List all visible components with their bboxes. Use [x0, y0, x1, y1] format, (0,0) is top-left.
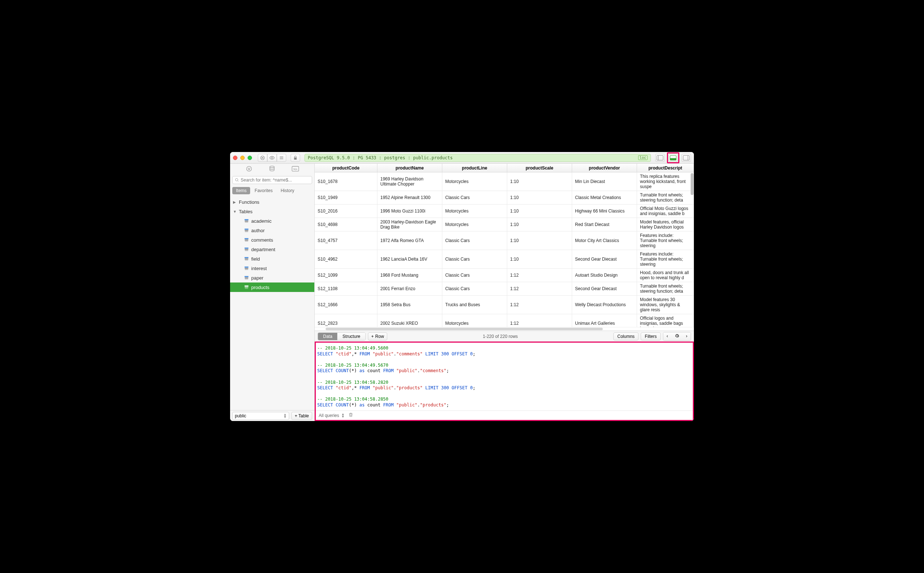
table-row[interactable]: S10_20161996 Moto Guzzi 1100iMotorcycles…	[315, 205, 694, 218]
cell[interactable]: 1:10	[507, 232, 572, 250]
cell[interactable]: 1:10	[507, 191, 572, 204]
vertical-scrollbar[interactable]	[691, 173, 694, 195]
col-header[interactable]: productDescript	[637, 164, 694, 172]
minimize-window-button[interactable]	[240, 156, 245, 160]
cell[interactable]: 1952 Alpine Renault 1300	[377, 191, 442, 204]
cell[interactable]: 1:12	[507, 314, 572, 327]
cell[interactable]: S12_1099	[315, 269, 377, 282]
cell[interactable]: 1:12	[507, 296, 572, 314]
cell[interactable]: Motorcycles	[442, 218, 507, 231]
cell[interactable]: S10_1949	[315, 191, 377, 204]
close-window-button[interactable]	[233, 156, 237, 160]
cell[interactable]: 1962 LanciaA Delta 16V	[377, 250, 442, 268]
table-row[interactable]: S10_47571972 Alfa Romeo GTAClassic Cars1…	[315, 232, 694, 250]
tree-tables[interactable]: ▼ Tables	[230, 207, 314, 216]
cell[interactable]: 2001 Ferrari Enzo	[377, 282, 442, 295]
cell[interactable]: 1:10	[507, 218, 572, 231]
prev-page-button[interactable]: ‹	[663, 332, 671, 340]
table-row[interactable]: S12_16661958 Setra BusTrucks and Buses1:…	[315, 296, 694, 314]
cell[interactable]: Classic Cars	[442, 282, 507, 295]
cell[interactable]: 1968 Ford Mustang	[377, 269, 442, 282]
col-header[interactable]: productScale	[507, 164, 572, 172]
cell[interactable]: Highway 66 Mini Classics	[572, 205, 637, 218]
cell[interactable]: Red Start Diecast	[572, 218, 637, 231]
horizontal-scrollbar-track[interactable]	[315, 327, 694, 330]
cell[interactable]: 1996 Moto Guzzi 1100i	[377, 205, 442, 218]
col-header[interactable]: productLine	[442, 164, 507, 172]
search-input[interactable]	[241, 177, 310, 183]
cell[interactable]: 1:12	[507, 282, 572, 295]
cell[interactable]: Trucks and Buses	[442, 296, 507, 314]
table-row[interactable]: S10_16781969 Harley Davidson Ultimate Ch…	[315, 172, 694, 191]
trash-button[interactable]	[348, 412, 353, 418]
back-button[interactable]	[258, 154, 267, 162]
horizontal-scrollbar[interactable]	[326, 328, 603, 330]
cell[interactable]: Welly Diecast Productions	[572, 296, 637, 314]
cell[interactable]: S12_1108	[315, 282, 377, 295]
table-row[interactable]: S10_19491952 Alpine Renault 1300Classic …	[315, 191, 694, 205]
cell[interactable]: Model features, official Harley Davidson…	[637, 218, 694, 231]
toggle-right-panel[interactable]	[681, 154, 691, 162]
tree-functions[interactable]: ▶ Functions	[230, 197, 314, 207]
cell[interactable]: S10_4698	[315, 218, 377, 231]
table-row[interactable]: S10_46982003 Harley-Davidson Eagle Drag …	[315, 218, 694, 232]
seg-structure[interactable]: Structure	[337, 333, 365, 340]
cell[interactable]: S12_1666	[315, 296, 377, 314]
seg-data[interactable]: Data	[318, 333, 337, 340]
sql-icon[interactable]: SQL	[292, 166, 299, 173]
tab-history[interactable]: History	[277, 187, 298, 194]
table-row[interactable]: S12_28232002 Suzuki XREOMotorcycles1:12U…	[315, 314, 694, 327]
columns-button[interactable]: Columns	[613, 332, 639, 340]
list-button[interactable]	[277, 154, 286, 162]
cell[interactable]: Official logos and insignias, saddle bag…	[637, 314, 694, 327]
add-row-button[interactable]: + Row	[368, 332, 387, 340]
cell[interactable]: S10_1678	[315, 172, 377, 191]
tree-table-products[interactable]: products	[230, 282, 314, 292]
cell[interactable]: Features include: Turnable front wheels;…	[637, 250, 694, 268]
cell[interactable]: S12_2823	[315, 314, 377, 327]
toggle-bottom-panel[interactable]	[669, 154, 678, 162]
filters-button[interactable]: Filters	[641, 332, 661, 340]
search-input-wrapper[interactable]	[232, 176, 312, 184]
cell[interactable]: 1958 Setra Bus	[377, 296, 442, 314]
cell[interactable]: This replica features working kickstand,…	[637, 172, 694, 191]
cell[interactable]: Official Moto Guzzi logos and insignias,…	[637, 205, 694, 218]
tab-favorites[interactable]: Favorites	[251, 187, 276, 194]
database-icon[interactable]	[269, 166, 275, 173]
cell[interactable]: 1:12	[507, 269, 572, 282]
cell[interactable]: Classic Cars	[442, 269, 507, 282]
add-table-button[interactable]: + Table	[291, 412, 312, 420]
cell[interactable]: S10_4757	[315, 232, 377, 250]
tree-table-field[interactable]: field	[230, 254, 314, 263]
cell[interactable]: S10_2016	[315, 205, 377, 218]
col-header[interactable]: productName	[377, 164, 442, 172]
cell[interactable]: 1:10	[507, 250, 572, 268]
cell[interactable]: Turnable front wheels; steering function…	[637, 282, 694, 295]
cell[interactable]: S10_4962	[315, 250, 377, 268]
cell[interactable]: Motorcycles	[442, 205, 507, 218]
tree-table-academic[interactable]: academic	[230, 216, 314, 225]
table-row[interactable]: S12_11082001 Ferrari EnzoClassic Cars1:1…	[315, 282, 694, 296]
cell[interactable]: 2003 Harley-Davidson Eagle Drag Bike	[377, 218, 442, 231]
cell[interactable]: 1969 Harley Davidson Ultimate Chopper	[377, 172, 442, 191]
cell[interactable]: Min Lin Diecast	[572, 172, 637, 191]
cell[interactable]: Motorcycles	[442, 172, 507, 191]
tree-table-interest[interactable]: interest	[230, 263, 314, 273]
cell[interactable]: Autoart Studio Design	[572, 269, 637, 282]
cell[interactable]: Unimax Art Galleries	[572, 314, 637, 327]
tab-items[interactable]: Items	[232, 187, 250, 194]
tree-table-author[interactable]: author	[230, 225, 314, 235]
cell[interactable]: Classic Cars	[442, 250, 507, 268]
cell[interactable]: Second Gear Diecast	[572, 282, 637, 295]
tree-table-department[interactable]: department	[230, 244, 314, 254]
cell[interactable]: Hood, doors and trunk all open to reveal…	[637, 269, 694, 282]
settings-button[interactable]	[671, 332, 683, 340]
cell[interactable]: Turnable front wheels; steering function…	[637, 191, 694, 204]
cell[interactable]: 1:10	[507, 172, 572, 191]
next-page-button[interactable]: ›	[683, 332, 691, 340]
grid-body[interactable]: S10_16781969 Harley Davidson Ultimate Ch…	[315, 172, 694, 327]
lock-button[interactable]	[291, 154, 300, 162]
tree-table-comments[interactable]: comments	[230, 235, 314, 244]
preview-button[interactable]	[267, 154, 277, 162]
cell[interactable]: Features include: Turnable front wheels;…	[637, 232, 694, 250]
